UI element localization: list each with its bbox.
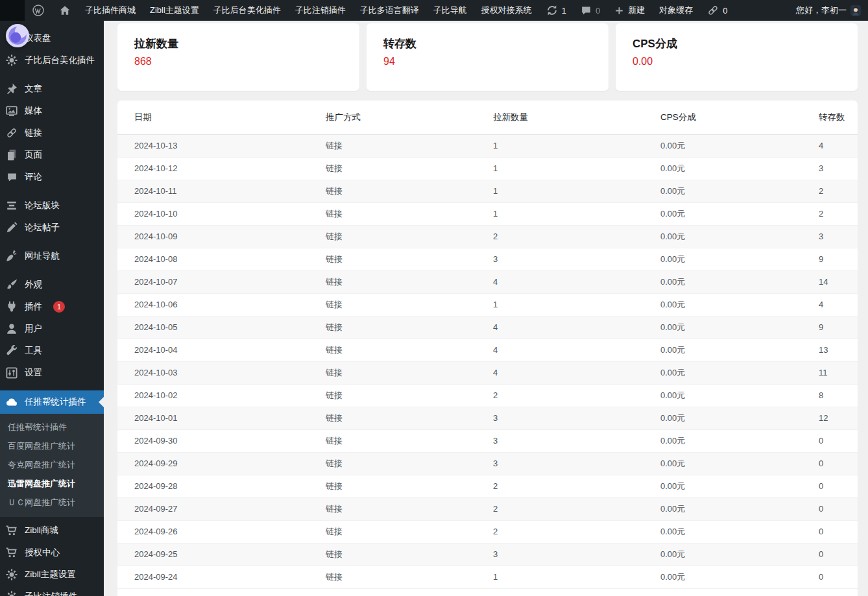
cell-new-count: 3 xyxy=(493,407,660,429)
cell-promo-method: 链接 xyxy=(326,293,493,316)
admin-bar-item[interactable]: 子比插件商城 xyxy=(78,0,143,21)
sidebar-item-site-nav[interactable]: 网址导航 xyxy=(0,245,104,267)
sidebar-item-zibll-theme-settings[interactable]: Zibll主题设置 xyxy=(0,564,104,586)
cell-cps-share: 0.00元 xyxy=(660,180,819,202)
cell-promo-method: 链接 xyxy=(326,452,493,475)
cell-date: 2024-10-01 xyxy=(117,407,326,429)
table-row: 2024-10-09链接20.00元3 xyxy=(117,225,858,248)
cell-cps-share: 0.00元 xyxy=(660,202,819,225)
sidebar-item-auth-center[interactable]: 授权中心 xyxy=(0,542,104,564)
comment-bubble-icon xyxy=(581,5,592,16)
cell-new-count: 1 xyxy=(493,202,660,225)
submenu-item[interactable]: 迅雷网盘推广统计 xyxy=(0,474,104,493)
table-body: 2024-10-13链接10.00元42024-10-12链接10.00元320… xyxy=(117,134,858,588)
cell-cps-share: 0.00元 xyxy=(660,293,819,316)
sidebar-item-comments[interactable]: 评论 xyxy=(0,166,104,188)
stat-card-value: 868 xyxy=(134,56,343,67)
table-row: 2024-09-28链接20.00元0 xyxy=(117,475,858,497)
table-row: 2024-10-07链接40.00元14 xyxy=(117,270,858,293)
sidebar-item-users[interactable]: 用户 xyxy=(0,318,104,340)
table-header-row: 日期推广方式拉新数量CPS分成转存数 xyxy=(117,101,858,134)
sidebar-item-label: 设置 xyxy=(25,367,42,379)
sidebar-item-tools[interactable]: 工具 xyxy=(0,340,104,362)
site-logo-moon-icon[interactable] xyxy=(5,23,30,48)
cell-new-count: 2 xyxy=(493,225,660,248)
new-content-button[interactable]: 新建 xyxy=(607,0,652,21)
cell-cps-share: 0.00元 xyxy=(660,429,819,452)
chain-icon xyxy=(707,5,719,16)
cloud-icon xyxy=(5,396,18,409)
sidebar-item-forum-posts[interactable]: 论坛帖子 xyxy=(0,217,104,239)
sidebar-item-links[interactable]: 链接 xyxy=(0,122,104,144)
table-row: 2024-10-11链接10.00元2 xyxy=(117,180,858,202)
stat-card-value: 0.00 xyxy=(633,56,841,67)
sidebar-item-media[interactable]: 媒体 xyxy=(0,100,104,122)
submenu-item[interactable]: ＵＣ网盘推广统计 xyxy=(0,493,104,512)
cell-date: 2024-09-27 xyxy=(117,497,326,520)
cell-cps-share: 0.00元 xyxy=(660,566,819,588)
sidebar-item-appearance[interactable]: 外观 xyxy=(0,274,104,296)
cell-date: 2024-10-04 xyxy=(117,339,326,361)
table-row: 2024-10-03链接40.00元11 xyxy=(117,361,858,384)
admin-bar-item[interactable]: Zibll主题设置 xyxy=(143,0,206,21)
sidebar-item-zibi-logout-plugin[interactable]: 子比注销插件 xyxy=(0,586,104,596)
sidebar-item-rentuibang-stats[interactable]: 任推帮统计插件 xyxy=(0,390,104,414)
cell-cps-share: 0.00元 xyxy=(660,270,819,293)
table-row: 2024-09-26链接20.00元0 xyxy=(117,520,858,543)
submenu-item[interactable]: 任推帮统计插件 xyxy=(0,418,104,436)
cell-save-count: 8 xyxy=(819,384,858,407)
comments-indicator[interactable]: 0 xyxy=(573,0,607,21)
sidebar-item-forum-sections[interactable]: 论坛版块 xyxy=(0,195,104,217)
sidebar-item-pages[interactable]: 页面 xyxy=(0,144,104,166)
admin-bar-item[interactable]: 子比导航 xyxy=(426,0,474,21)
cell-promo-method: 链接 xyxy=(326,407,493,429)
sidebar-item-zibi-admin-beautify[interactable]: 子比后台美化插件 xyxy=(0,49,104,71)
links-indicator[interactable]: 0 xyxy=(700,0,734,21)
wrench-icon xyxy=(5,344,18,357)
admin-bar-item[interactable]: 子比多语言翻译 xyxy=(353,0,426,21)
comment-icon xyxy=(5,171,18,184)
sidebar-item-plugins[interactable]: 插件1 xyxy=(0,296,104,318)
submenu-item[interactable]: 百度网盘推广统计 xyxy=(0,436,104,455)
list-icon xyxy=(5,199,18,212)
column-header: CPS分成 xyxy=(660,101,819,134)
sidebar-item-settings[interactable]: 设置 xyxy=(0,362,104,384)
stat-card: 拉新数量868 xyxy=(117,23,359,91)
sidebar-item-label: 文章 xyxy=(25,83,42,95)
sidebar-item-posts[interactable]: 文章 xyxy=(0,78,104,100)
cell-promo-method: 链接 xyxy=(326,134,493,157)
cell-save-count: 11 xyxy=(819,361,858,384)
wordpress-logo-icon[interactable] xyxy=(25,0,52,21)
account-menu[interactable]: 您好，李初一 xyxy=(789,0,868,21)
cell-save-count: 0 xyxy=(819,543,858,566)
cell-new-count: 2 xyxy=(493,384,660,407)
stat-cards: 拉新数量868转存数94CPS分成0.00 xyxy=(117,23,858,91)
cell-date: 2024-10-10 xyxy=(117,202,326,225)
submenu-item[interactable]: 夸克网盘推广统计 xyxy=(0,455,104,474)
cell-cps-share: 0.00元 xyxy=(660,475,819,497)
cell-save-count: 0 xyxy=(819,429,858,452)
table-row: 2024-10-05链接40.00元9 xyxy=(117,316,858,339)
plug-icon xyxy=(5,300,18,313)
cell-new-count: 3 xyxy=(493,429,660,452)
sidebar-item-label: 授权中心 xyxy=(25,547,60,558)
sidebar-item-label: 链接 xyxy=(25,127,42,139)
cell-cps-share: 0.00元 xyxy=(660,384,819,407)
table-row: 2024-10-02链接20.00元8 xyxy=(117,384,858,407)
table-row: 2024-10-08链接30.00元9 xyxy=(117,248,858,270)
cell-promo-method: 链接 xyxy=(326,248,493,270)
admin-bar-item[interactable]: 授权对接系统 xyxy=(474,0,539,21)
updates-indicator[interactable]: 1 xyxy=(539,0,573,21)
cell-save-count: 0 xyxy=(819,452,858,475)
home-button[interactable] xyxy=(52,0,78,21)
stats-table: 日期推广方式拉新数量CPS分成转存数 2024-10-13链接10.00元420… xyxy=(117,101,858,589)
sidebar-item-zibll-shop[interactable]: Zibll商城 xyxy=(0,519,104,542)
gear-icon xyxy=(5,590,18,596)
admin-bar-item[interactable]: 子比注销插件 xyxy=(288,0,353,21)
link-count: 0 xyxy=(723,6,727,16)
admin-bar-item[interactable]: 子比后台美化插件 xyxy=(206,0,288,21)
sidebar-item-label: 评论 xyxy=(25,171,42,183)
cell-promo-method: 链接 xyxy=(326,566,493,588)
object-cache-button[interactable]: 对象缓存 xyxy=(652,0,700,21)
sidebar-item-label: 工具 xyxy=(25,345,42,357)
